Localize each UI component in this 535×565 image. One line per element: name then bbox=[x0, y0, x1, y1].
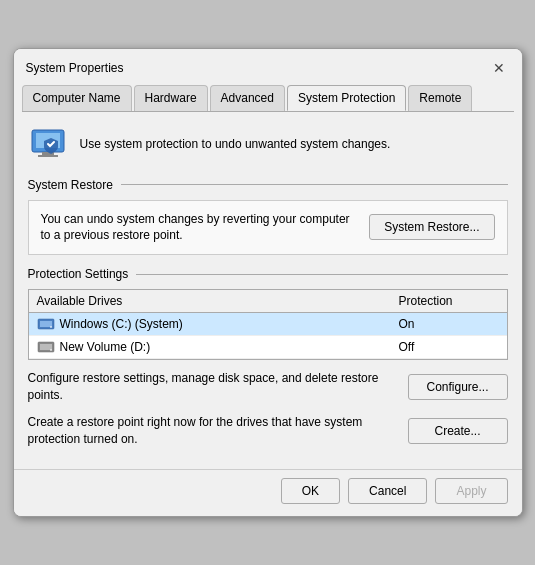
system-restore-header: System Restore bbox=[28, 178, 508, 192]
info-text: Use system protection to undo unwanted s… bbox=[80, 137, 391, 151]
apply-button[interactable]: Apply bbox=[435, 478, 507, 504]
tab-system-protection[interactable]: System Protection bbox=[287, 85, 406, 111]
tab-advanced[interactable]: Advanced bbox=[210, 85, 285, 111]
system-properties-dialog: System Properties ✕ Computer Name Hardwa… bbox=[13, 48, 523, 518]
svg-rect-5 bbox=[40, 321, 52, 327]
col-header-drive: Available Drives bbox=[37, 294, 399, 308]
system-restore-label: System Restore bbox=[28, 178, 113, 192]
col-header-protection: Protection bbox=[399, 294, 499, 308]
drive-icon-c bbox=[37, 317, 55, 331]
svg-rect-3 bbox=[38, 155, 58, 157]
system-restore-button[interactable]: System Restore... bbox=[369, 214, 494, 240]
svg-point-9 bbox=[50, 349, 52, 351]
system-restore-section: System Restore You can undo system chang… bbox=[28, 178, 508, 256]
drive-name-c: Windows (C:) (System) bbox=[37, 317, 399, 331]
system-restore-box: You can undo system changes by reverting… bbox=[28, 200, 508, 256]
drive-name-d: New Volume (D:) bbox=[37, 340, 399, 354]
tab-content: Use system protection to undo unwanted s… bbox=[14, 112, 522, 470]
configure-text: Configure restore settings, manage disk … bbox=[28, 370, 398, 404]
table-row[interactable]: Windows (C:) (System) On bbox=[29, 313, 507, 336]
close-button[interactable]: ✕ bbox=[488, 57, 510, 79]
title-bar: System Properties ✕ bbox=[14, 49, 522, 79]
protection-settings-header: Protection Settings bbox=[28, 267, 508, 281]
svg-point-6 bbox=[50, 326, 52, 328]
dialog-footer: OK Cancel Apply bbox=[14, 469, 522, 516]
create-text: Create a restore point right now for the… bbox=[28, 414, 398, 448]
section-divider bbox=[121, 184, 508, 185]
protection-settings-label: Protection Settings bbox=[28, 267, 129, 281]
window-title: System Properties bbox=[26, 61, 124, 75]
tab-hardware[interactable]: Hardware bbox=[134, 85, 208, 111]
ok-button[interactable]: OK bbox=[281, 478, 340, 504]
protection-settings-section: Protection Settings Available Drives Pro… bbox=[28, 267, 508, 447]
tab-remote[interactable]: Remote bbox=[408, 85, 472, 111]
create-section: Create a restore point right now for the… bbox=[28, 414, 508, 448]
drive-protection-c: On bbox=[399, 317, 499, 331]
info-row: Use system protection to undo unwanted s… bbox=[28, 124, 508, 164]
drives-table: Available Drives Protection Windows (C:)… bbox=[28, 289, 508, 360]
drive-icon-d bbox=[37, 340, 55, 354]
create-button[interactable]: Create... bbox=[408, 418, 508, 444]
section-divider-2 bbox=[136, 274, 507, 275]
cancel-button[interactable]: Cancel bbox=[348, 478, 427, 504]
tab-computer-name[interactable]: Computer Name bbox=[22, 85, 132, 111]
table-row[interactable]: New Volume (D:) Off bbox=[29, 336, 507, 359]
tabs-container: Computer Name Hardware Advanced System P… bbox=[14, 79, 522, 111]
configure-section: Configure restore settings, manage disk … bbox=[28, 370, 508, 404]
system-restore-description: You can undo system changes by reverting… bbox=[41, 211, 360, 245]
table-header: Available Drives Protection bbox=[29, 290, 507, 313]
svg-rect-8 bbox=[40, 344, 52, 350]
system-protection-icon bbox=[28, 124, 68, 164]
drive-protection-d: Off bbox=[399, 340, 499, 354]
configure-button[interactable]: Configure... bbox=[408, 374, 508, 400]
